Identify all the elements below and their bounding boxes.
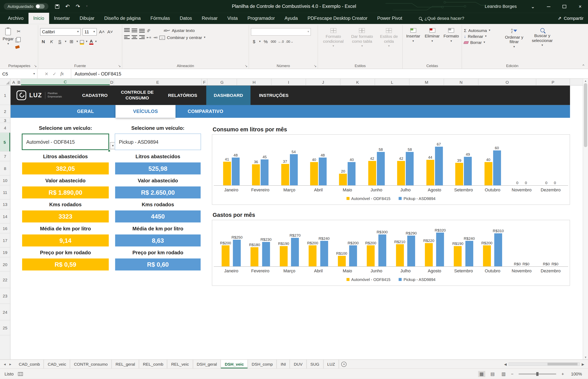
bold-button[interactable]: N — [40, 38, 47, 45]
ribbon-tab-inicio[interactable]: Inicio — [29, 13, 49, 24]
ribbon-display-options-icon[interactable]: ⌄ — [525, 0, 541, 13]
row-header-11[interactable]: 11 — [0, 185, 10, 200]
scroll-right-icon[interactable]: ▶ — [582, 362, 584, 366]
number-dialog-launcher-icon[interactable]: ↘ — [314, 64, 316, 68]
bar[interactable] — [454, 246, 462, 266]
align-top-icon[interactable] — [124, 28, 130, 32]
row-header-3[interactable]: 3 — [0, 118, 10, 123]
subnav-tab-comparativo[interactable]: COMPARATIVO — [175, 105, 235, 118]
wrap-text-button[interactable]: Ajustar texto — [172, 28, 195, 32]
row-header-2[interactable]: 2 — [0, 105, 10, 118]
bar[interactable] — [222, 245, 230, 266]
sheet-tab-rel-geral[interactable]: REL_geral — [112, 360, 139, 368]
record-macro-icon[interactable] — [18, 372, 23, 376]
row-header-1[interactable]: 1 — [0, 85, 10, 105]
selection-fill-handle[interactable] — [108, 150, 110, 152]
column-header-B[interactable]: B — [17, 79, 21, 85]
bar[interactable] — [319, 158, 326, 186]
legend-item[interactable]: Automóvel - ODF8415 — [346, 277, 390, 282]
comma-style-icon[interactable]: 000 — [271, 40, 276, 44]
column-header-M[interactable]: M — [409, 79, 444, 85]
bar[interactable] — [251, 247, 259, 267]
increase-font-icon[interactable]: A˄ — [99, 29, 105, 35]
autosave-toggle[interactable]: Autoguardado — [4, 3, 48, 10]
sheet-tab-ini[interactable]: INI — [277, 360, 290, 368]
bar[interactable] — [339, 174, 347, 185]
copy-icon[interactable] — [15, 38, 19, 42]
column-header-P[interactable]: P — [536, 79, 570, 85]
legend-item[interactable]: Automóvel - ODF8415 — [346, 196, 390, 201]
nav-tab-relatorios[interactable]: RELATÓRIOS — [159, 85, 206, 105]
share-button[interactable]: ⇗ Compartir — [558, 13, 584, 24]
collapse-ribbon-icon[interactable]: ^ — [583, 63, 584, 67]
next-sheet-icon[interactable]: ▸ — [9, 362, 11, 366]
scroll-down-icon[interactable]: ▼ — [584, 356, 587, 359]
ribbon-tab-ayuda[interactable]: Ayuda — [280, 13, 303, 24]
column-header-F[interactable]: F — [202, 79, 207, 85]
row-header-5[interactable]: 5 — [0, 133, 10, 152]
bar[interactable] — [406, 152, 414, 185]
sheet-tab-rel-veic[interactable]: REL_veic — [167, 360, 193, 368]
bar[interactable] — [397, 161, 405, 185]
bar[interactable] — [233, 240, 241, 267]
page-break-view-icon[interactable]: ▥ — [500, 371, 507, 377]
new-sheet-button[interactable]: + — [339, 360, 349, 368]
column-header-N[interactable]: N — [444, 79, 479, 85]
legend-item[interactable]: Pickup - ASD9894 — [399, 196, 435, 201]
bar[interactable] — [223, 162, 231, 186]
delete-cells-button[interactable]: Eliminar▾ — [424, 26, 441, 62]
bar[interactable] — [368, 161, 376, 185]
scroll-left-icon[interactable]: ◀ — [504, 362, 507, 366]
row-header-13[interactable]: 13 — [0, 200, 10, 209]
close-icon[interactable]: × — [572, 0, 588, 13]
bar[interactable] — [261, 159, 268, 185]
column-header-I[interactable]: I — [271, 79, 306, 85]
autosave-switch-icon[interactable] — [36, 4, 45, 9]
column-header-C[interactable]: C — [21, 79, 110, 85]
vehicle-select[interactable]: Pickup - ASD9894 — [115, 134, 201, 150]
underline-options-icon[interactable]: ▾ — [65, 40, 66, 43]
align-middle-icon[interactable] — [132, 28, 137, 32]
underline-button[interactable]: S — [57, 38, 63, 45]
row-header-17[interactable]: 17 — [0, 233, 10, 248]
page-layout-view-icon[interactable]: ▤ — [489, 371, 496, 377]
restore-icon[interactable] — [557, 0, 572, 13]
column-header-K[interactable]: K — [340, 79, 375, 85]
name-box[interactable]: C5▾ — [0, 69, 37, 79]
row-header-10[interactable]: 10 — [0, 175, 10, 185]
ribbon-tab-diseno-de-pagina[interactable]: Diseño de página — [99, 13, 146, 24]
bar[interactable] — [436, 233, 444, 266]
prev-sheet-icon[interactable]: ◂ — [4, 362, 6, 366]
bar[interactable] — [309, 245, 317, 266]
column-header-J[interactable]: J — [306, 79, 340, 85]
fill-button[interactable]: ↓ Rellenar▾ — [464, 34, 500, 39]
nav-tab-cadastro[interactable]: CADASTRO — [74, 85, 115, 105]
save-icon[interactable] — [55, 4, 59, 8]
row-header-24[interactable]: 24 — [0, 304, 10, 320]
ribbon-tab-formulas[interactable]: Fórmulas — [146, 13, 175, 24]
row-header-19[interactable]: 19 — [0, 248, 10, 257]
row-header-16[interactable]: 16 — [0, 223, 10, 233]
decrease-font-icon[interactable]: A˅ — [107, 29, 113, 35]
insert-function-icon[interactable]: fx — [60, 71, 64, 77]
row-header-7[interactable]: 7 — [0, 152, 10, 161]
sheet-tab-duv[interactable]: DUV — [290, 360, 307, 368]
increase-decimal-icon[interactable]: ←.0 — [278, 40, 284, 44]
cell-styles-button[interactable]: Estilos de celda▾ — [377, 26, 401, 62]
format-cells-button[interactable]: Formato▾ — [443, 26, 460, 62]
accounting-format-icon[interactable]: $ — [251, 38, 257, 45]
scroll-up-icon[interactable]: ▲ — [584, 79, 587, 82]
horizontal-scroll-thumb[interactable] — [548, 363, 578, 365]
align-center-icon[interactable] — [132, 35, 137, 40]
nav-tab-controle-de-consumo[interactable]: CONTROLE DE CONSUMO — [115, 85, 159, 105]
borders-icon[interactable]: ⊞ — [68, 38, 75, 45]
increase-indent-icon[interactable]: ⇥≡ — [153, 36, 158, 39]
merge-center-button[interactable]: Combinar y centrar — [167, 35, 202, 40]
percent-style-icon[interactable]: % — [263, 38, 269, 45]
bar[interactable] — [378, 235, 386, 267]
bar[interactable] — [494, 233, 502, 266]
sheet-tab-dsh-veic[interactable]: DSH_veic — [221, 360, 248, 368]
ribbon-tab-archivo[interactable]: Archivo — [3, 13, 29, 24]
bar[interactable] — [232, 158, 240, 186]
subnav-tab-veiculos[interactable]: VEÍCULOS — [115, 105, 175, 118]
